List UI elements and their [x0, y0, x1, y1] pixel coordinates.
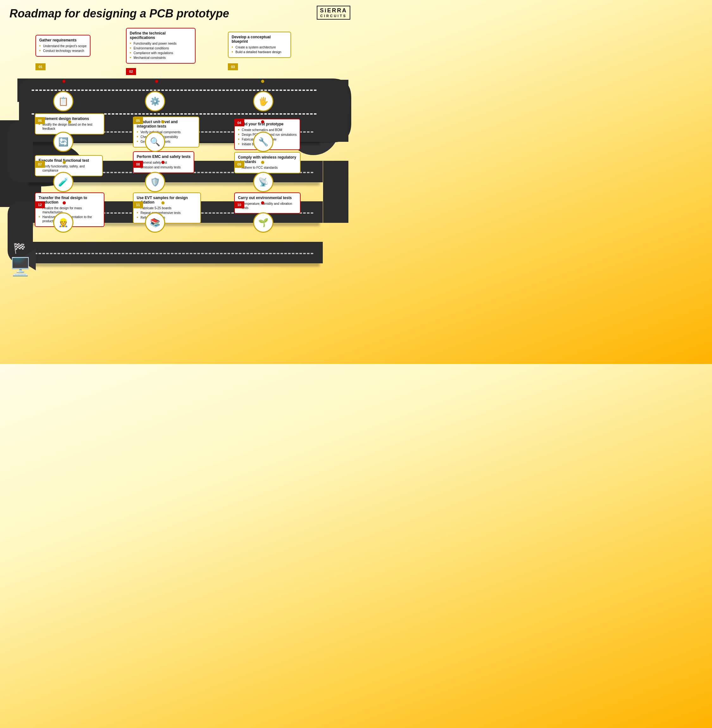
step-title-01: Gather requirements: [39, 38, 87, 42]
dot-10: [261, 201, 264, 205]
step-num-11: 11: [133, 201, 143, 208]
step-box-11: Use EVT samples for design validation Fa…: [133, 192, 201, 223]
step-title-07: Execute final functional test: [39, 158, 99, 163]
step-item-07-1: Verify functionality, safety, and compli…: [39, 164, 99, 172]
dot-12: [63, 201, 66, 205]
step-num-04: 04: [234, 119, 244, 126]
step-item-08-2: Emission and immunity tests: [137, 165, 190, 169]
road-icon-07: 🧪: [53, 172, 73, 192]
step-num-05: 05: [133, 117, 143, 124]
step-item-04-1: Create schematics and BOM: [238, 128, 297, 132]
road-icon-12: 👷: [53, 212, 73, 233]
step-title-11: Use EVT samples for design validation: [137, 196, 197, 205]
step-num-08: 08: [133, 161, 143, 168]
dot-04: [261, 120, 264, 123]
step-num-02: 02: [126, 68, 136, 75]
road-icon-04: 🔧: [253, 132, 273, 152]
step-item-03-2: Build a detailed hardware design: [231, 50, 287, 54]
step-item-12-1: Finalize the design for mass manufacturi…: [39, 206, 101, 214]
step-num-07: 07: [35, 161, 45, 168]
road-icon-09: 📡: [253, 172, 273, 192]
step-num-06: 06: [35, 117, 45, 124]
step-item-02-4: Mechanical constraints: [130, 56, 192, 60]
step-num-01: 01: [36, 63, 46, 70]
step-box-01: Gather requirements Understand the proje…: [36, 35, 90, 56]
road-icon-06: 🔄: [53, 132, 73, 152]
dot-11: [162, 201, 165, 205]
step-box-03: Develop a conceptual blueprint Create a …: [228, 32, 291, 58]
dot-09: [261, 161, 264, 164]
road-dashes-row1: [32, 89, 316, 91]
step-title-09: Comply with wireless regulatory standard…: [238, 155, 297, 164]
dot-05: [162, 120, 165, 123]
step-item-06-1: Modify the design based on the test feed…: [39, 122, 101, 131]
step-item-02-1: Functionality and power needs: [130, 42, 192, 46]
step-item-11-1: Fabricate 5-25 boards: [137, 206, 197, 210]
step-title-04: Build your first prototype: [238, 122, 297, 126]
step-item-01-1: Understand the project's scope: [39, 44, 87, 48]
step-box-02: Define the technical specifications Func…: [126, 28, 196, 64]
dot-01: [62, 80, 65, 83]
step-item-02-3: Compliance with regulations: [130, 51, 192, 55]
step-title-05: Conduct unit-level and integration tests: [137, 120, 196, 129]
step-box-06: Implement design iterations Modify the d…: [35, 113, 104, 135]
step-title-10: Carry out environmental tests: [238, 196, 297, 200]
step-item-11-2: Repeat comprehensive tests: [137, 211, 197, 215]
step-title-08: Perform EMC and safety tests: [137, 155, 190, 159]
pcb-board: 🖥️: [9, 256, 31, 277]
step-box-07: Execute final functional test Verify fun…: [35, 155, 103, 176]
step-item-09-1: Adhere to FCC standards: [238, 166, 297, 170]
road-icon-01: 📋: [53, 91, 73, 111]
dot-02: [155, 80, 158, 83]
step-title-12: Transfer the final design to production: [39, 196, 101, 205]
step-item-03-1: Create a system architecture: [231, 45, 287, 49]
step-num-03: 03: [228, 63, 238, 70]
step-item-05-1: Verify individual components: [137, 130, 196, 134]
road-icon-02: ⚙️: [145, 91, 165, 111]
step-num-09: 09: [234, 161, 244, 168]
step-num-10: 10: [234, 201, 244, 208]
dot-07: [63, 161, 66, 164]
road-icon-05: 🔍: [145, 132, 165, 152]
step-title-03: Develop a conceptual blueprint: [231, 35, 287, 44]
step-item-01-2: Conduct technology research: [39, 49, 87, 53]
road-icon-11: 📚: [145, 212, 165, 233]
dot-08: [162, 161, 165, 164]
step-item-02-2: Environmental conditions: [130, 46, 192, 51]
step-title-02: Define the technical specifications: [130, 31, 192, 40]
step-item-10-1: Temperature, humidity and vibration test…: [238, 202, 297, 210]
road-icon-08: 🛡️: [145, 172, 165, 192]
road-icon-03: 🖐️: [253, 91, 273, 111]
road-icon-10: 🌱: [253, 212, 273, 233]
checkered-flag: 🏁: [13, 242, 26, 254]
step-num-12: 12: [35, 201, 45, 208]
dot-06: [68, 120, 71, 123]
dot-03: [261, 80, 264, 83]
